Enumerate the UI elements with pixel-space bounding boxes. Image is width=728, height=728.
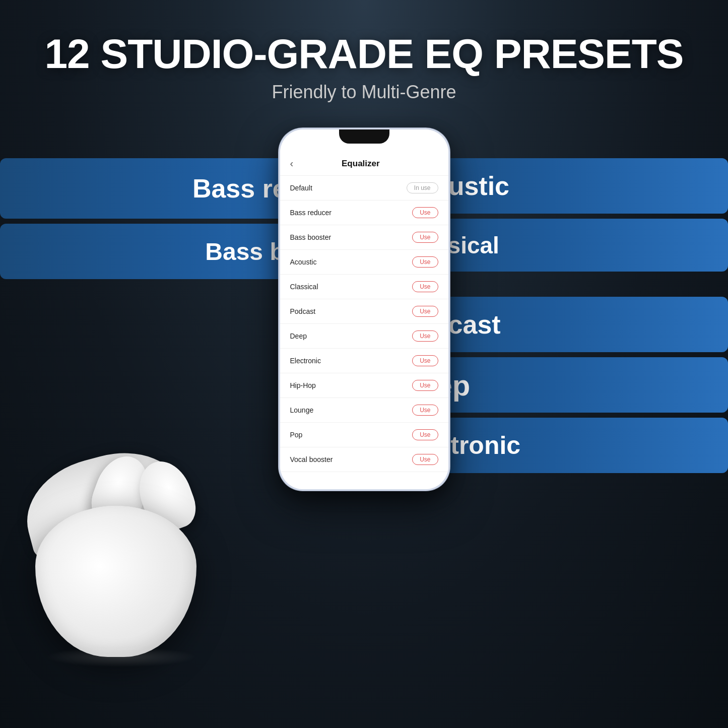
phone-status-bar	[280, 129, 448, 152]
eq-item: ClassicalUse	[280, 275, 448, 299]
eq-item: DefaultIn use	[280, 176, 448, 201]
eq-use-button[interactable]: Use	[412, 429, 438, 440]
eq-preset-name: Bass reducer	[290, 209, 332, 217]
eq-preset-name: Electronic	[290, 357, 321, 365]
earbuds-container	[25, 445, 217, 657]
eq-preset-name: Acoustic	[290, 258, 317, 266]
subtitle: Friendly to Multi-Genre	[0, 82, 728, 103]
eq-use-button[interactable]: Use	[412, 330, 438, 342]
eq-preset-name: Deep	[290, 332, 307, 340]
earbud-reflection	[45, 647, 196, 667]
eq-preset-name: Bass booster	[290, 233, 332, 241]
eq-use-button[interactable]: Use	[412, 306, 438, 317]
eq-in-use-button: In use	[407, 182, 438, 193]
eq-use-button[interactable]: Use	[412, 380, 438, 391]
eq-item: LoungeUse	[280, 398, 448, 423]
eq-item: PodcastUse	[280, 299, 448, 324]
phone-container: ‹ Equalizer DefaultIn useBass reducerUse…	[279, 128, 450, 491]
eq-use-button[interactable]: Use	[412, 232, 438, 243]
app-header: ‹ Equalizer	[280, 152, 448, 176]
eq-preset-name: Vocal booster	[290, 455, 333, 464]
eq-item: AcousticUse	[280, 250, 448, 275]
eq-item: PopUse	[280, 423, 448, 447]
eq-item: DeepUse	[280, 324, 448, 349]
eq-use-button[interactable]: Use	[412, 256, 438, 268]
eq-preset-name: Classical	[290, 283, 318, 291]
main-title: 12 STUDIO-GRADE EQ PRESETS	[0, 30, 728, 78]
phone-inner: ‹ Equalizer DefaultIn useBass reducerUse…	[280, 129, 448, 489]
eq-preset-name: Default	[290, 184, 312, 192]
eq-preset-name: Podcast	[290, 307, 316, 315]
phone-notch	[339, 129, 389, 144]
eq-preset-name: Hip-Hop	[290, 381, 316, 389]
eq-preset-name: Lounge	[290, 406, 314, 414]
eq-use-button[interactable]: Use	[412, 355, 438, 366]
eq-item: Hip-HopUse	[280, 373, 448, 398]
back-icon[interactable]: ‹	[290, 158, 294, 169]
app-title: Equalizer	[298, 159, 423, 169]
eq-item: ElectronicUse	[280, 349, 448, 373]
content-area: Bass reducer Bass booster Acoustic Class…	[0, 118, 728, 672]
eq-item: Bass boosterUse	[280, 225, 448, 250]
eq-use-button[interactable]: Use	[412, 281, 438, 292]
eq-use-button[interactable]: Use	[412, 454, 438, 465]
eq-item: Bass reducerUse	[280, 201, 448, 225]
eq-preset-name: Pop	[290, 431, 303, 439]
eq-use-button[interactable]: Use	[412, 207, 438, 218]
eq-item: Vocal boosterUse	[280, 447, 448, 472]
phone: ‹ Equalizer DefaultIn useBass reducerUse…	[279, 128, 450, 491]
phone-app: ‹ Equalizer DefaultIn useBass reducerUse…	[280, 152, 448, 489]
eq-use-button[interactable]: Use	[412, 405, 438, 416]
earbud-case-body	[35, 506, 196, 657]
eq-list: DefaultIn useBass reducerUseBass booster…	[280, 176, 448, 489]
header: 12 STUDIO-GRADE EQ PRESETS Friendly to M…	[0, 0, 728, 118]
